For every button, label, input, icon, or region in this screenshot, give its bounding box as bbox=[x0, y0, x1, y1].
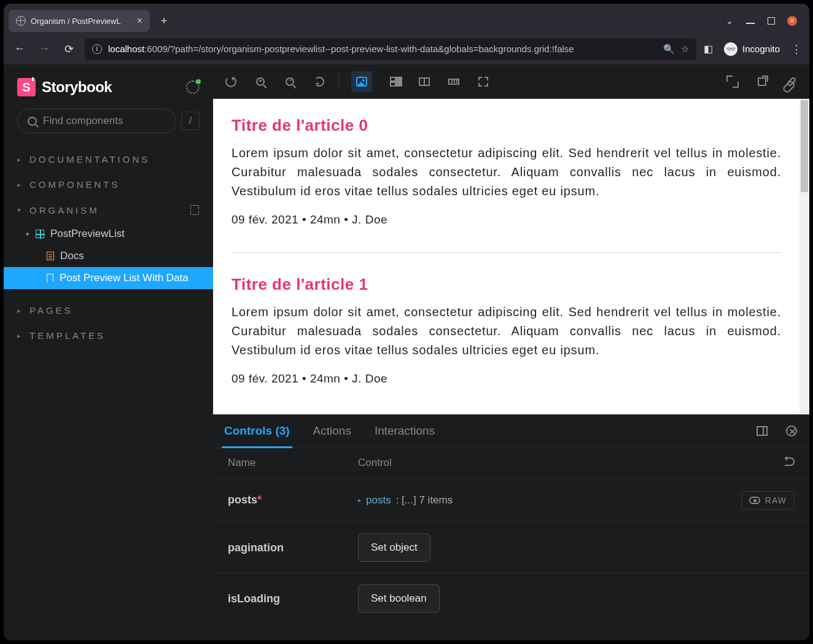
canvas-toolbar bbox=[213, 64, 809, 99]
close-icon[interactable]: × bbox=[137, 15, 142, 26]
incognito-indicator: 👓 Incognito bbox=[724, 42, 780, 56]
group-organism[interactable]: ▾ORGANISM bbox=[4, 197, 213, 223]
post-title[interactable]: Titre de l'article 0 bbox=[231, 116, 781, 135]
required-marker: * bbox=[257, 494, 262, 506]
browser-tab[interactable]: Organism / PostPreviewL × bbox=[9, 10, 150, 32]
measure-button[interactable] bbox=[447, 75, 461, 88]
post-preview-item: Titre de l'article 1 Lorem ipsum dolor s… bbox=[231, 275, 781, 386]
sidebar: S Storybook Find components / ▸DOCUMENTA… bbox=[4, 64, 213, 640]
storybook-brand: Storybook bbox=[42, 79, 112, 96]
panel-icon[interactable]: ◧ bbox=[704, 43, 713, 55]
document-icon bbox=[47, 252, 54, 260]
browser-chrome: Organism / PostPreviewL × + ⌄ ✕ ← → ⟳ i … bbox=[4, 4, 809, 64]
search-input[interactable]: Find components bbox=[17, 109, 176, 133]
post-title[interactable]: Titre de l'article 1 bbox=[231, 275, 781, 294]
story-canvas: Titre de l'article 0 Lorem ipsum dolor s… bbox=[213, 99, 809, 414]
settings-button[interactable] bbox=[186, 80, 200, 94]
group-components[interactable]: ▸COMPONENTS bbox=[4, 172, 213, 197]
grid-button[interactable] bbox=[388, 75, 402, 88]
storybook-logo-icon: S bbox=[17, 78, 36, 96]
reload-button[interactable]: ⟳ bbox=[60, 42, 77, 56]
url-text: localhost:6009/?path=/story/organism-pos… bbox=[108, 44, 657, 54]
group-pages[interactable]: ▸PAGES bbox=[4, 298, 213, 323]
zoom-icon[interactable]: 🔍 bbox=[663, 44, 675, 55]
tab-actions[interactable]: Actions bbox=[313, 414, 351, 448]
tabs-overflow-icon[interactable]: ⌄ bbox=[725, 16, 734, 26]
panel-orientation-button[interactable] bbox=[755, 424, 769, 438]
minimize-button[interactable] bbox=[745, 16, 755, 26]
col-name-label: Name bbox=[228, 457, 358, 469]
group-templates[interactable]: ▸TEMPLATES bbox=[4, 323, 213, 348]
post-preview-item: Titre de l'article 0 Lorem ipsum dolor s… bbox=[231, 116, 781, 227]
forward-button[interactable]: → bbox=[36, 42, 53, 55]
search-shortcut-hint: / bbox=[181, 112, 200, 130]
search-icon bbox=[28, 117, 37, 126]
post-excerpt: Lorem ipsum dolor sit amet, consectetur … bbox=[231, 303, 781, 360]
zoom-out-button[interactable] bbox=[283, 75, 297, 88]
collapse-icon[interactable] bbox=[189, 204, 200, 215]
addons-panel: Controls (3) Actions Interactions Name C… bbox=[213, 414, 809, 640]
set-object-button[interactable]: Set object bbox=[358, 533, 430, 562]
story-post-preview-list-with-data[interactable]: Post Preview List With Data bbox=[4, 267, 213, 289]
zoom-reset-button[interactable] bbox=[313, 75, 326, 88]
copy-link-button[interactable] bbox=[785, 75, 798, 88]
post-meta: 09 fév. 2021 • 24mn • J. Doe bbox=[231, 372, 781, 386]
eye-icon bbox=[749, 497, 760, 504]
search-placeholder: Find components bbox=[43, 115, 123, 127]
background-button[interactable] bbox=[351, 71, 372, 92]
reset-controls-button[interactable] bbox=[785, 457, 795, 469]
scrollbar-thumb[interactable] bbox=[801, 100, 808, 192]
control-row-posts: posts* ▸ posts : [...] 7 items RAW bbox=[213, 478, 809, 522]
post-meta: 09 fév. 2021 • 24mn • J. Doe bbox=[231, 213, 781, 227]
tab-title: Organism / PostPreviewL bbox=[31, 17, 121, 26]
window-close-button[interactable]: ✕ bbox=[787, 16, 797, 26]
group-documentations[interactable]: ▸DOCUMENTATIONS bbox=[4, 147, 213, 172]
col-control-label: Control bbox=[358, 457, 392, 469]
scrollbar[interactable] bbox=[799, 99, 809, 413]
divider bbox=[231, 252, 781, 253]
object-expander[interactable]: ▸ posts : [...] 7 items bbox=[358, 494, 453, 506]
raw-toggle-button[interactable]: RAW bbox=[741, 491, 795, 510]
bookmark-star-icon[interactable]: ☆ bbox=[681, 44, 689, 55]
back-button[interactable]: ← bbox=[11, 42, 28, 55]
control-row-pagination: pagination Set object bbox=[213, 522, 809, 573]
control-name: isLoading bbox=[228, 592, 358, 605]
panel-close-button[interactable] bbox=[785, 424, 798, 438]
remount-button[interactable] bbox=[224, 75, 238, 88]
globe-icon bbox=[16, 16, 26, 26]
story-docs[interactable]: Docs bbox=[4, 245, 213, 267]
tab-interactions[interactable]: Interactions bbox=[375, 414, 435, 448]
outline-button[interactable] bbox=[477, 75, 490, 88]
fullscreen-button[interactable] bbox=[726, 75, 739, 88]
incognito-icon: 👓 bbox=[724, 42, 737, 56]
post-excerpt: Lorem ipsum dolor sit amet, consectetur … bbox=[231, 144, 781, 201]
address-bar[interactable]: i localhost:6009/?path=/story/organism-p… bbox=[85, 38, 696, 60]
zoom-in-button[interactable] bbox=[254, 75, 267, 88]
control-row-isloading: isLoading Set boolean bbox=[213, 573, 809, 624]
set-boolean-button[interactable]: Set boolean bbox=[358, 584, 440, 613]
bookmark-icon bbox=[47, 274, 53, 282]
site-info-icon[interactable]: i bbox=[92, 44, 102, 54]
component-postpreviewlist[interactable]: ▾ PostPreviewList bbox=[4, 223, 213, 245]
control-name: pagination bbox=[228, 541, 358, 554]
open-new-tab-button[interactable] bbox=[755, 75, 769, 88]
component-icon bbox=[36, 230, 44, 238]
update-dot-icon bbox=[196, 79, 201, 84]
maximize-button[interactable] bbox=[766, 16, 776, 26]
controls-header: Name Control bbox=[213, 448, 809, 478]
browser-menu-icon[interactable]: ⋮ bbox=[791, 42, 802, 56]
tab-controls[interactable]: Controls (3) bbox=[224, 414, 290, 448]
control-name: posts bbox=[228, 494, 257, 506]
new-tab-button[interactable]: + bbox=[155, 12, 173, 30]
viewport-button[interactable] bbox=[418, 75, 431, 88]
